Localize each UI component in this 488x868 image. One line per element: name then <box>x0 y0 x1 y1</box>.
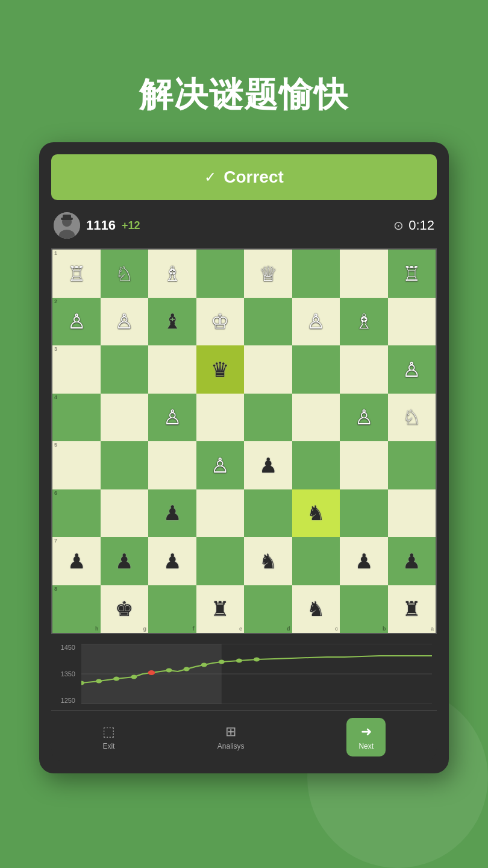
board-cell[interactable] <box>101 489 149 538</box>
chess-piece: ♙ <box>67 311 86 332</box>
file-label: d <box>287 626 290 632</box>
board-cell[interactable] <box>101 394 149 442</box>
board-cell[interactable]: ♙ <box>101 298 149 346</box>
board-cell[interactable]: 3 <box>52 345 101 394</box>
board-cell[interactable] <box>101 345 149 394</box>
board-cell[interactable]: ♟ <box>340 537 388 585</box>
timer: ⊙ 0:12 <box>393 218 434 233</box>
correct-banner: ✓ Correct <box>51 154 437 200</box>
chess-piece: ♕ <box>259 263 277 284</box>
board-cell[interactable] <box>148 441 196 489</box>
board-cell[interactable] <box>244 298 292 346</box>
board-cell[interactable]: ♞ <box>292 489 340 538</box>
board-cell[interactable]: ♙ <box>388 345 436 394</box>
chess-piece: ♔ <box>211 311 229 332</box>
board-cell[interactable]: b <box>340 585 388 634</box>
y-label-top: 1450 <box>56 644 75 651</box>
chess-piece: ♛ <box>211 359 229 380</box>
board-cell[interactable] <box>244 394 292 442</box>
rank-label: 7 <box>54 538 57 544</box>
file-label: a <box>431 626 434 632</box>
board-cell[interactable]: ♝ <box>148 298 196 346</box>
board-cell[interactable]: c♞ <box>292 585 340 634</box>
board-cell[interactable] <box>340 345 388 394</box>
board-cell[interactable] <box>196 394 245 442</box>
board-cell[interactable]: 4 <box>52 394 101 442</box>
chess-piece: ♜ <box>402 599 421 619</box>
y-label-mid: 1350 <box>56 670 75 678</box>
board-cell[interactable]: 8h <box>52 585 101 634</box>
board-cell[interactable] <box>292 250 340 298</box>
rank-label: 1 <box>54 251 57 256</box>
board-cell[interactable]: 7♟ <box>52 537 101 585</box>
board-cell[interactable]: ♟ <box>101 537 149 585</box>
analysis-icon: ⊞ <box>225 724 236 740</box>
chess-piece: ♘ <box>115 263 133 284</box>
board-cell[interactable] <box>292 394 340 442</box>
board-cell[interactable]: ♙ <box>148 394 196 442</box>
board-cell[interactable] <box>340 250 388 298</box>
chess-piece: ♗ <box>163 263 181 284</box>
board-cell[interactable] <box>148 345 196 394</box>
chess-piece: ♞ <box>307 599 325 619</box>
board-cell[interactable] <box>196 250 245 298</box>
board-cell[interactable]: ♘ <box>101 250 149 298</box>
board-cell[interactable] <box>244 345 292 394</box>
board-cell[interactable] <box>340 441 388 489</box>
board-cell[interactable]: ♞ <box>244 537 292 585</box>
board-cell[interactable]: 1♖ <box>52 250 101 298</box>
board-cell[interactable]: d <box>244 585 292 634</box>
board-cell[interactable]: ♗ <box>148 250 196 298</box>
rank-label: 5 <box>54 442 57 448</box>
device-frame: ✓ Correct 1116 +12 ⊙ 0:12 <box>39 142 449 773</box>
board-cell[interactable]: ♙ <box>340 394 388 442</box>
board-cell[interactable] <box>388 298 436 346</box>
board-cell[interactable]: ♙ <box>196 441 245 489</box>
board-cell[interactable]: ♟ <box>244 441 292 489</box>
board-cell[interactable] <box>196 537 245 585</box>
exit-button[interactable]: ⬚ Exit <box>102 724 115 750</box>
svg-point-13 <box>131 675 137 679</box>
board-cell[interactable] <box>388 441 436 489</box>
board-cell[interactable]: 2♙ <box>52 298 101 346</box>
chess-piece: ♟ <box>259 455 277 476</box>
rank-label: 6 <box>54 491 57 496</box>
file-label: f <box>193 626 195 632</box>
board-cell[interactable]: ♖ <box>388 250 436 298</box>
board-cell[interactable]: ♟ <box>148 537 196 585</box>
board-cell[interactable]: 6 <box>52 489 101 538</box>
y-axis: 1450 1350 1250 <box>56 644 78 704</box>
board-cell[interactable]: ♟ <box>388 537 436 585</box>
chess-piece: ♙ <box>115 311 133 332</box>
player-score: 1116 <box>86 218 116 233</box>
board-cell[interactable]: ♟ <box>148 489 196 538</box>
chess-board-container: 1♖♘♗♕♖2♙♙♝♔♙♗3♛♙4♙♙♘5♙♟6♟♞7♟♟♟♞♟♟8hg♚fe♜… <box>51 248 437 634</box>
board-cell[interactable]: ♙ <box>292 298 340 346</box>
board-cell[interactable]: ♘ <box>388 394 436 442</box>
board-cell[interactable] <box>244 489 292 538</box>
file-label: e <box>239 626 242 632</box>
board-cell[interactable]: e♜ <box>196 585 245 634</box>
board-cell[interactable] <box>196 489 245 538</box>
svg-point-14 <box>166 668 172 673</box>
board-cell[interactable]: 5 <box>52 441 101 489</box>
board-cell[interactable] <box>101 441 149 489</box>
chess-piece: ♜ <box>211 599 229 619</box>
board-cell[interactable] <box>292 441 340 489</box>
board-cell[interactable]: ♕ <box>244 250 292 298</box>
board-cell[interactable]: g♚ <box>101 585 149 634</box>
analysis-button[interactable]: ⊞ Analisys <box>217 724 245 750</box>
board-cell[interactable]: f <box>148 585 196 634</box>
board-cell[interactable]: ♛ <box>196 345 245 394</box>
next-button[interactable]: ➜ Next <box>346 718 386 756</box>
board-cell[interactable] <box>292 537 340 585</box>
board-cell[interactable]: ♗ <box>340 298 388 346</box>
board-cell[interactable] <box>292 345 340 394</box>
board-cell[interactable] <box>340 489 388 538</box>
file-label: b <box>383 626 386 632</box>
board-cell[interactable]: ♔ <box>196 298 245 346</box>
chess-piece: ♘ <box>402 407 421 427</box>
chart-svg <box>81 644 432 704</box>
board-cell[interactable] <box>388 489 436 538</box>
board-cell[interactable]: a♜ <box>388 585 436 634</box>
